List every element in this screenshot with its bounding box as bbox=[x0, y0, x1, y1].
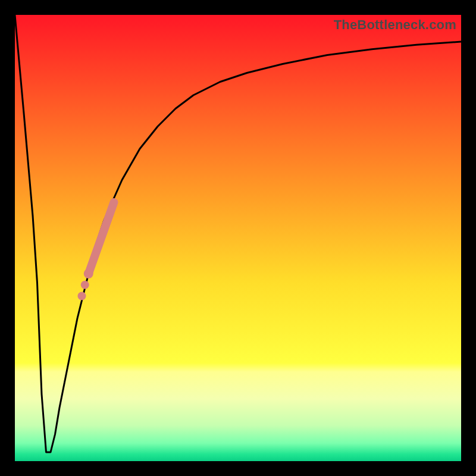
highlight-segment bbox=[89, 202, 114, 274]
highlight-dot bbox=[81, 281, 89, 289]
watermark-text: TheBottleneck.com bbox=[334, 17, 456, 33]
highlight-dot bbox=[78, 292, 86, 300]
highlight-dot bbox=[84, 269, 93, 278]
plot-area: TheBottleneck.com bbox=[15, 15, 461, 461]
bottleneck-curve bbox=[15, 15, 461, 452]
chart-frame: TheBottleneck.com bbox=[0, 0, 476, 476]
highlight-dots bbox=[78, 269, 93, 300]
chart-svg bbox=[15, 15, 461, 461]
